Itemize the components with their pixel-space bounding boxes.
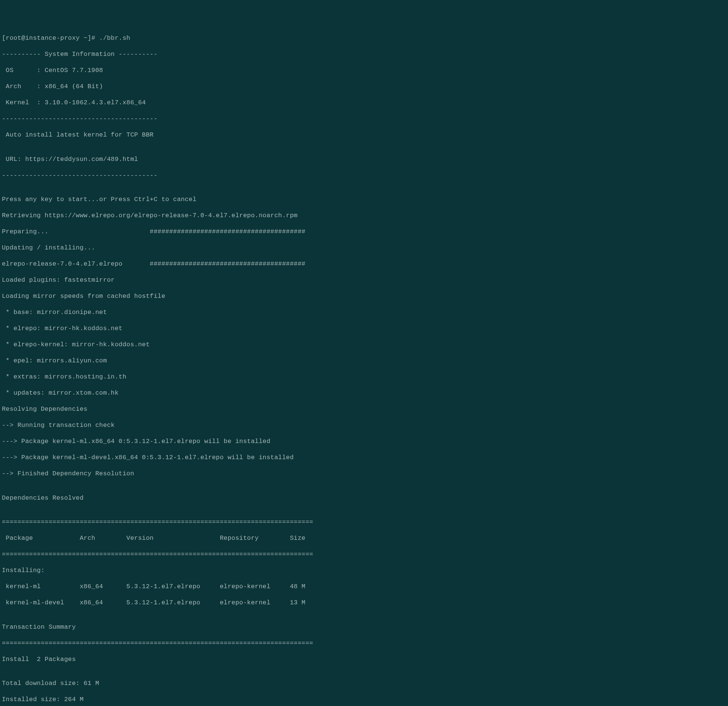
table-row: kernel-ml-devel x86_64 5.3.12-1.el7.elre… — [2, 599, 726, 607]
pkg-kernel-ml: ---> Package kernel-ml.x86_64 0:5.3.12-1… — [2, 437, 726, 446]
updating-line: Updating / installing... — [2, 244, 726, 252]
elrepo-release-progress: elrepo-release-7.0-4.el7.elrepo ########… — [2, 260, 726, 268]
installed-size: Installed size: 264 M — [2, 695, 726, 704]
press-key-prompt: Press any key to start...or Press Ctrl+C… — [2, 195, 726, 204]
install-count: Install 2 Packages — [2, 655, 726, 664]
sysinfo-header: ---------- System Information ---------- — [2, 50, 726, 59]
table-row: kernel-ml x86_64 5.3.12-1.el7.elrepo elr… — [2, 583, 726, 591]
auto-install-label: Auto install latest kernel for TCP BBR — [2, 131, 726, 139]
loading-mirror-line: Loading mirror speeds from cached hostfi… — [2, 292, 726, 300]
mirror-elrepo-kernel: * elrepo-kernel: mirror-hk.koddos.net — [2, 341, 726, 349]
mirror-elrepo: * elrepo: mirror-hk.koddos.net — [2, 324, 726, 333]
retrieving-line: Retrieving https://www.elrepo.org/elrepo… — [2, 212, 726, 220]
pkg-kernel-ml-devel: ---> Package kernel-ml-devel.x86_64 0:5.… — [2, 454, 726, 462]
installing-label: Installing: — [2, 566, 726, 575]
sysinfo-kernel: Kernel : 3.10.0-1062.4.3.el7.x86_64 — [2, 99, 726, 107]
mirror-updates: * updates: mirror.xtom.com.hk — [2, 389, 726, 397]
sysinfo-os: OS : CentOS 7.7.1908 — [2, 66, 726, 75]
finished-dep: --> Finished Dependency Resolution — [2, 470, 726, 478]
table-border: ========================================… — [2, 518, 726, 526]
resolving-deps: Resolving Dependencies — [2, 405, 726, 413]
transaction-summary-label: Transaction Summary — [2, 623, 726, 631]
mirror-base: * base: mirror.dionipe.net — [2, 308, 726, 317]
divider-line: ---------------------------------------- — [2, 171, 726, 180]
url-line: URL: https://teddysun.com/489.html — [2, 155, 726, 164]
mirror-epel: * epel: mirrors.aliyun.com — [2, 357, 726, 365]
deps-resolved: Dependencies Resolved — [2, 494, 726, 502]
running-check: --> Running transaction check — [2, 421, 726, 430]
table-border: ========================================… — [2, 639, 726, 647]
preparing-progress: Preparing... ###########################… — [2, 228, 726, 236]
loaded-plugins-line: Loaded plugins: fastestmirror — [2, 276, 726, 284]
total-download-size: Total download size: 61 M — [2, 679, 726, 688]
table-header: Package Arch Version Repository Size — [2, 534, 726, 542]
divider-line: ---------------------------------------- — [2, 115, 726, 123]
mirror-extras: * extras: mirrors.hosting.in.th — [2, 373, 726, 381]
terminal-prompt: [root@instance-proxy ~]# ./bbr.sh — [2, 34, 726, 42]
sysinfo-arch: Arch : x86_64 (64 Bit) — [2, 83, 726, 91]
table-border: ========================================… — [2, 550, 726, 559]
